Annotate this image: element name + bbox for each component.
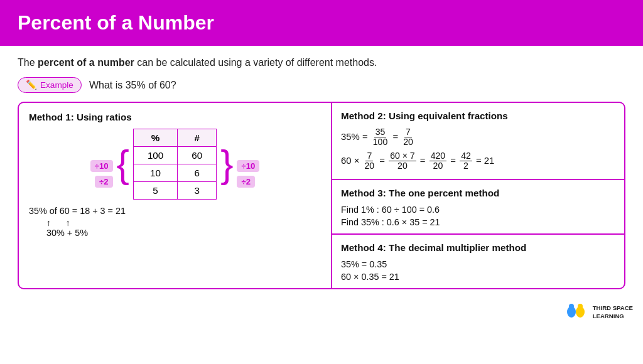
intro-bold: percent of a number [38, 57, 134, 68]
intro-text-end: can be calculated using a variety of dif… [134, 57, 377, 68]
tsl-logo-icon [564, 301, 588, 324]
method3-title: Method 3: The one percent method [341, 188, 615, 198]
method3-line1: Find 1% : 60 ÷ 100 = 0.6 [341, 205, 615, 215]
table-row: 10 6 [133, 164, 216, 182]
m2-frac3: 720 [364, 151, 376, 171]
ratio-right-labels: ÷10 ÷2 [237, 140, 259, 189]
left-brace: { [117, 145, 129, 183]
tsl-logo: THIRD SPACE LEARNING [564, 301, 633, 324]
table-row: 100 60 [133, 147, 216, 164]
method2-line1: 35% = 35100 = 720 [341, 127, 615, 147]
svg-point-3 [578, 304, 583, 309]
m2-eq3: = [420, 156, 428, 166]
cell-5: 5 [133, 182, 177, 200]
example-badge: ✏️ Example [18, 77, 82, 93]
svg-point-1 [569, 304, 574, 309]
arrow-up-2: ↑ [66, 218, 70, 228]
method2-panel: Method 2: Using equivalent fractions 35%… [332, 103, 624, 180]
tsl-line1: THIRD SPACE [593, 304, 633, 312]
method3-panel: Method 3: The one percent method Find 1%… [332, 180, 624, 235]
tsl-line2: LEARNING [593, 313, 633, 320]
example-badge-label: Example [40, 80, 73, 90]
right-brace: } [220, 145, 233, 183]
method2-line2: 60 × 720 = 60 × 720 = 42020 = 422 = 21 [341, 151, 615, 171]
m2-eq2: = [379, 156, 387, 166]
cell-10: 10 [133, 164, 177, 182]
method-right-panel: Method 2: Using equivalent fractions 35%… [332, 103, 624, 288]
cell-60: 60 [178, 147, 217, 164]
method4-title: Method 4: The decimal multiplier method [341, 242, 615, 253]
method1-formula: 35% of 60 = 18 + 3 = 21 [29, 206, 321, 216]
ratio-left-labels: ÷10 ÷2 [90, 140, 113, 189]
method1-title: Method 1: Using ratios [29, 112, 321, 122]
m2-frac6: 422 [460, 151, 472, 171]
pencil-icon: ✏️ [26, 80, 37, 90]
method3-line2: Find 35% : 0.6 × 35 = 21 [341, 217, 615, 227]
intro-text: The percent of a number can be calculate… [18, 57, 625, 68]
methods-container: Method 1: Using ratios ÷10 ÷2 { % # [18, 102, 625, 289]
method4-line1: 35% = 0.35 [341, 259, 615, 269]
left-label-div10: ÷10 [90, 160, 113, 172]
example-question: What is 35% of 60? [89, 80, 176, 91]
cell-100: 100 [133, 147, 177, 164]
method1-panel: Method 1: Using ratios ÷10 ÷2 { % # [19, 103, 332, 288]
method4-panel: Method 4: The decimal multiplier method … [332, 235, 624, 288]
cell-3: 3 [178, 182, 217, 200]
m2-line2-prefix: 60 × [341, 156, 362, 166]
m2-eq1: = [392, 132, 401, 142]
header: Percent of a Number [0, 0, 643, 46]
m2-prefix: 35% = [341, 132, 370, 142]
right-label-div2: ÷2 [237, 176, 255, 188]
table-row: 5 3 [133, 182, 216, 200]
tsl-brand-text: THIRD SPACE LEARNING [593, 304, 633, 320]
method4-line2: 60 × 0.35 = 21 [341, 272, 615, 282]
col-header-hash: # [178, 129, 217, 147]
cell-6: 6 [178, 164, 217, 182]
m2-frac5: 42020 [430, 151, 447, 171]
method1-breakdown: 30% + 5% [29, 228, 321, 238]
m2-eq4: = [450, 156, 458, 166]
right-label-div10: ÷10 [237, 160, 259, 172]
page-title: Percent of a Number [18, 11, 625, 35]
m2-result: = 21 [476, 156, 494, 166]
ratio-table: % # 100 60 10 6 [133, 129, 217, 200]
m2-frac4: 60 × 720 [389, 151, 416, 171]
method1-arrows: ↑ ↑ [29, 218, 321, 228]
m2-frac1: 35100 [372, 127, 389, 147]
col-header-percent: % [133, 129, 177, 147]
intro-text-start: The [18, 57, 38, 68]
arrow-up-1: ↑ [46, 218, 51, 228]
footer: THIRD SPACE LEARNING [0, 296, 643, 327]
left-label-div2: ÷2 [95, 176, 113, 188]
example-row: ✏️ Example What is 35% of 60? [18, 77, 625, 93]
method2-title: Method 2: Using equivalent fractions [341, 110, 615, 121]
ratio-area: ÷10 ÷2 { % # 100 60 [29, 129, 321, 200]
m2-frac2: 720 [402, 127, 414, 147]
